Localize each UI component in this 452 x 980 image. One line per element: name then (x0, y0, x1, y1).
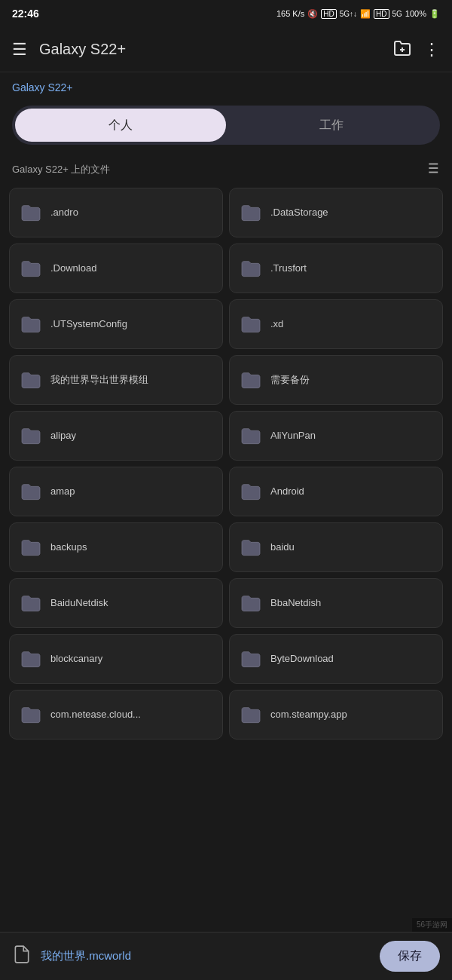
signal-icon: 📶 (360, 9, 371, 19)
folder-icon (239, 312, 263, 336)
status-speed: 165 K/s (276, 9, 304, 18)
folder-name: baidu (270, 541, 295, 554)
tab-work-label: 工作 (319, 118, 344, 133)
folder-name: 我的世界导出世界模组 (50, 374, 148, 387)
folder-name: com.steampy.app (270, 709, 347, 721)
folder-item[interactable]: amap (9, 467, 223, 516)
folder-item[interactable]: 我的世界导出世界模组 (9, 355, 223, 405)
hd2-icon: HD (374, 9, 389, 19)
app-bar-actions: ⋮ (393, 39, 440, 60)
folder-icon (239, 703, 263, 727)
folder-icon (19, 201, 43, 225)
folder-icon (239, 256, 263, 280)
file-icon (12, 945, 32, 969)
app-bar: ☰ Galaxy S22+ ⋮ (0, 27, 452, 72)
breadcrumb-label: Galaxy S22+ (12, 81, 73, 93)
folder-item[interactable]: .xd (229, 299, 443, 349)
more-options-icon[interactable]: ⋮ (423, 41, 440, 58)
status-right: 165 K/s 🔇 HD 5G↑↓ 📶 HD 5G 100% 🔋 (276, 9, 440, 19)
folder-item[interactable]: com.netease.cloud... (9, 690, 223, 740)
folder-icon (239, 201, 263, 225)
folder-icon (19, 647, 43, 671)
folder-name: .xd (270, 318, 283, 331)
folder-item[interactable]: .UTSystemConfig (9, 299, 223, 349)
folder-item[interactable]: 需要备份 (229, 355, 443, 405)
folder-icon (19, 256, 43, 280)
folder-name: alipay (50, 430, 76, 443)
folder-icon (239, 479, 263, 504)
status-bar: 22:46 165 K/s 🔇 HD 5G↑↓ 📶 HD 5G 100% 🔋 (0, 0, 452, 27)
app-bar-title: Galaxy S22+ (39, 41, 393, 58)
folder-name: blockcanary (50, 653, 102, 666)
menu-icon[interactable]: ☰ (12, 41, 27, 58)
tab-personal-label: 个人 (108, 118, 133, 133)
folder-icon (19, 703, 43, 727)
folder-name: AliYunPan (270, 430, 316, 443)
list-view-icon[interactable] (423, 160, 440, 179)
folder-name: .UTSystemConfig (50, 318, 127, 331)
folder-item[interactable]: BaiduNetdisk (9, 578, 223, 628)
battery-percent: 100% (405, 9, 426, 18)
folder-item[interactable]: ByteDownload (229, 634, 443, 684)
folder-name: com.netease.cloud... (50, 709, 141, 721)
watermark: 56手游网 (412, 918, 452, 932)
folder-name: .Download (50, 262, 96, 275)
folder-item[interactable]: com.steampy.app (229, 690, 443, 740)
folder-name: .andro (50, 207, 78, 219)
folder-icon (19, 424, 43, 448)
add-folder-icon[interactable] (393, 39, 411, 60)
network-5g-icon: 5G↑↓ (340, 10, 357, 18)
folder-item[interactable]: backups (9, 522, 223, 572)
folder-icon (19, 312, 43, 336)
folder-item[interactable]: .Trusfort (229, 243, 443, 293)
bottom-extension: .mcworld (86, 949, 131, 962)
tab-personal[interactable]: 个人 (15, 109, 226, 142)
network-5g2-icon: 5G (392, 10, 402, 18)
folder-item[interactable]: .DataStorage (229, 188, 443, 237)
folder-icon (239, 647, 263, 671)
folder-name: .Trusfort (270, 262, 307, 275)
mute-icon: 🔇 (307, 9, 318, 19)
breadcrumb[interactable]: Galaxy S22+ (0, 72, 452, 100)
folder-grid: .andro .DataStorage .Download .Trusfor (0, 188, 452, 740)
bottom-bar: 我的世界.mcworld 保存 (0, 932, 452, 980)
folder-icon (239, 424, 263, 448)
files-header: Galaxy S22+ 上的文件 (0, 157, 452, 188)
folder-name: .DataStorage (270, 207, 328, 219)
folder-name: 需要备份 (270, 374, 310, 387)
folder-item[interactable]: .Download (9, 243, 223, 293)
folder-icon (19, 368, 43, 392)
bottom-filename: 我的世界.mcworld (41, 949, 371, 963)
folder-item[interactable]: baidu (229, 522, 443, 572)
folder-name: BbaNetdish (270, 597, 321, 610)
folder-icon (239, 535, 263, 559)
folder-icon (19, 591, 43, 615)
save-button[interactable]: 保存 (380, 941, 440, 972)
hd-icon: HD (321, 9, 336, 19)
folder-item[interactable]: blockcanary (9, 634, 223, 684)
folder-item[interactable]: BbaNetdish (229, 578, 443, 628)
battery-icon: 🔋 (429, 9, 440, 19)
folder-item[interactable]: AliYunPan (229, 411, 443, 461)
folder-icon (239, 368, 263, 392)
folder-name: BaiduNetdisk (50, 597, 108, 610)
files-header-title: Galaxy S22+ 上的文件 (12, 163, 110, 176)
tab-bar: 个人 工作 (12, 106, 440, 145)
folder-name: Android (270, 485, 304, 498)
folder-item[interactable]: alipay (9, 411, 223, 461)
folder-name: ByteDownload (270, 653, 334, 666)
folder-icon (19, 479, 43, 504)
folder-icon (239, 591, 263, 615)
folder-name: backups (50, 541, 87, 554)
status-time: 22:46 (12, 8, 39, 20)
folder-icon (19, 535, 43, 559)
folder-name: amap (50, 485, 75, 498)
folder-item[interactable]: Android (229, 467, 443, 516)
folder-item[interactable]: .andro (9, 188, 223, 237)
tab-work[interactable]: 工作 (226, 109, 437, 142)
